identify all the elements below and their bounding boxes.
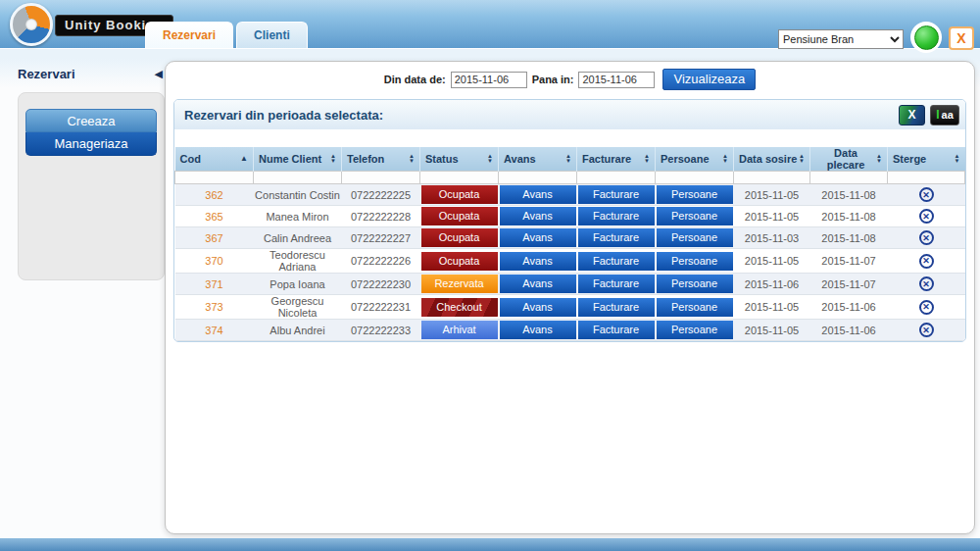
column-label: Facturare bbox=[582, 153, 631, 165]
facturare-button[interactable]: Facturare bbox=[578, 298, 655, 317]
export-excel-icon[interactable]: X bbox=[899, 105, 925, 125]
column-header-sterge[interactable]: Sterge▲▼ bbox=[888, 147, 965, 172]
view-button[interactable]: Vizualizeaza bbox=[662, 69, 756, 90]
persoane-button[interactable]: Persoane bbox=[657, 228, 733, 247]
status-cell: Rezervata bbox=[420, 274, 499, 295]
arrival-date: 2015-11-05 bbox=[734, 295, 810, 320]
departure-date: 2015-11-06 bbox=[810, 320, 888, 341]
avans-cell: Avans bbox=[499, 295, 577, 320]
online-status-indicator-icon[interactable] bbox=[914, 25, 939, 50]
column-label: Data sosire bbox=[739, 153, 797, 165]
reservations-panel: Rezervari din perioada selectata: X Iaa … bbox=[173, 99, 966, 342]
avans-button[interactable]: Avans bbox=[500, 185, 576, 204]
reservation-row: 367Calin Andreea0722222227OcupataAvansFa… bbox=[175, 227, 965, 249]
to-date-input[interactable] bbox=[578, 72, 655, 88]
delete-reservation-icon[interactable]: ✕ bbox=[919, 209, 934, 224]
facturare-button[interactable]: Facturare bbox=[578, 252, 655, 271]
persoane-button[interactable]: Persoane bbox=[657, 298, 733, 317]
column-header-status[interactable]: Status▲▼ bbox=[420, 147, 499, 172]
top-header: Unity Booking Rezervari Clienti Pensiune… bbox=[0, 0, 980, 49]
reservation-code: 371 bbox=[175, 274, 254, 295]
filter-cell bbox=[734, 172, 810, 184]
persoane-cell: Persoane bbox=[656, 295, 734, 320]
delete-reservation-icon[interactable]: ✕ bbox=[919, 323, 934, 337]
property-select[interactable]: Pensiune Bran bbox=[778, 29, 904, 49]
status-button-rezervata[interactable]: Rezervata bbox=[421, 275, 498, 293]
text-cursor-icon: I bbox=[936, 108, 939, 122]
close-icon[interactable]: X bbox=[949, 26, 974, 50]
column-header-telefon[interactable]: Telefon▲▼ bbox=[342, 147, 420, 172]
departure-date: 2015-11-08 bbox=[810, 184, 888, 206]
filter-cell bbox=[254, 172, 342, 184]
sort-icon: ▲▼ bbox=[409, 154, 415, 164]
status-cell: Ocupata bbox=[420, 249, 499, 274]
avans-button[interactable]: Avans bbox=[500, 207, 576, 225]
facturare-button[interactable]: Facturare bbox=[578, 321, 655, 339]
filter-cell bbox=[499, 172, 577, 184]
avans-button[interactable]: Avans bbox=[500, 252, 576, 271]
persoane-button[interactable]: Persoane bbox=[657, 252, 733, 271]
column-label: Data plecare bbox=[815, 147, 876, 171]
delete-reservation-icon[interactable]: ✕ bbox=[919, 187, 934, 202]
column-header-cod[interactable]: Cod▲ bbox=[175, 147, 254, 172]
create-reservation-button[interactable]: Creeaza bbox=[25, 109, 157, 132]
facturare-button[interactable]: Facturare bbox=[578, 275, 655, 293]
avans-cell: Avans bbox=[499, 249, 577, 274]
status-button-ocupata[interactable]: Ocupata bbox=[421, 228, 498, 247]
facturare-cell: Facturare bbox=[577, 184, 656, 206]
column-header-nume-client[interactable]: Nume Client▲▼ bbox=[254, 147, 342, 172]
delete-reservation-icon[interactable]: ✕ bbox=[919, 276, 934, 291]
persoane-cell: Persoane bbox=[656, 274, 734, 295]
persoane-button[interactable]: Persoane bbox=[657, 185, 733, 204]
reservation-row: 371Popa Ioana0722222230RezervataAvansFac… bbox=[175, 274, 965, 295]
status-button-arhivat[interactable]: Arhivat bbox=[421, 321, 498, 339]
client-name: Albu Andrei bbox=[254, 320, 342, 341]
titlebar-buttons: X Iaa bbox=[899, 105, 959, 125]
arrival-date: 2015-11-03 bbox=[734, 227, 810, 249]
column-header-data-sosire[interactable]: Data sosire▲▼ bbox=[734, 147, 810, 172]
reservations-panel-titlebar: Rezervari din perioada selectata: X Iaa bbox=[174, 100, 965, 129]
sort-down-arrow: ▼ bbox=[644, 159, 650, 164]
avans-button[interactable]: Avans bbox=[500, 228, 576, 247]
column-header-data-plecare[interactable]: Data plecare▲▼ bbox=[810, 147, 888, 172]
facturare-button[interactable]: Facturare bbox=[578, 228, 655, 247]
from-date-input[interactable] bbox=[451, 72, 527, 88]
delete-cell: ✕ bbox=[888, 184, 965, 206]
text-edit-icon[interactable]: Iaa bbox=[930, 105, 959, 125]
persoane-button[interactable]: Persoane bbox=[657, 275, 733, 293]
sort-asc-arrow: ▲ bbox=[240, 155, 248, 163]
sort-down-arrow: ▼ bbox=[487, 159, 493, 164]
persoane-button[interactable]: Persoane bbox=[657, 207, 733, 225]
facturare-button[interactable]: Facturare bbox=[578, 185, 655, 204]
column-label: Status bbox=[425, 153, 459, 165]
persoane-button[interactable]: Persoane bbox=[657, 321, 733, 339]
reservation-code: 370 bbox=[175, 249, 254, 274]
delete-reservation-icon[interactable]: ✕ bbox=[919, 300, 934, 315]
facturare-button[interactable]: Facturare bbox=[578, 207, 655, 225]
tab-clienti[interactable]: Clienti bbox=[236, 22, 308, 48]
status-button-checkout[interactable]: Checkout bbox=[421, 298, 498, 317]
collapse-sidebar-icon[interactable]: ◀ bbox=[155, 68, 163, 80]
avans-button[interactable]: Avans bbox=[500, 275, 576, 293]
client-name: Popa Ioana bbox=[254, 274, 342, 295]
footer-bar bbox=[0, 538, 980, 551]
client-phone: 0722222230 bbox=[342, 274, 420, 295]
status-button-ocupata[interactable]: Ocupata bbox=[421, 207, 498, 225]
sort-icon: ▲▼ bbox=[644, 154, 650, 164]
filter-cell bbox=[420, 172, 499, 184]
sidebar-section-title: Rezervari bbox=[18, 67, 75, 81]
delete-cell: ✕ bbox=[888, 295, 965, 320]
column-header-avans[interactable]: Avans▲▼ bbox=[499, 147, 577, 172]
tab-rezervari[interactable]: Rezervari bbox=[145, 22, 233, 48]
sort-down-arrow: ▼ bbox=[876, 159, 882, 164]
filter-cell bbox=[810, 172, 888, 184]
manage-reservations-button[interactable]: Manageriaza bbox=[25, 132, 157, 156]
delete-reservation-icon[interactable]: ✕ bbox=[919, 254, 934, 269]
status-button-ocupata[interactable]: Ocupata bbox=[421, 252, 498, 271]
delete-reservation-icon[interactable]: ✕ bbox=[919, 230, 934, 245]
status-button-ocupata[interactable]: Ocupata bbox=[421, 185, 498, 204]
avans-button[interactable]: Avans bbox=[500, 321, 576, 339]
column-header-persoane[interactable]: Persoane▲▼ bbox=[656, 147, 734, 172]
avans-button[interactable]: Avans bbox=[500, 298, 576, 317]
column-header-facturare[interactable]: Facturare▲▼ bbox=[577, 147, 656, 172]
